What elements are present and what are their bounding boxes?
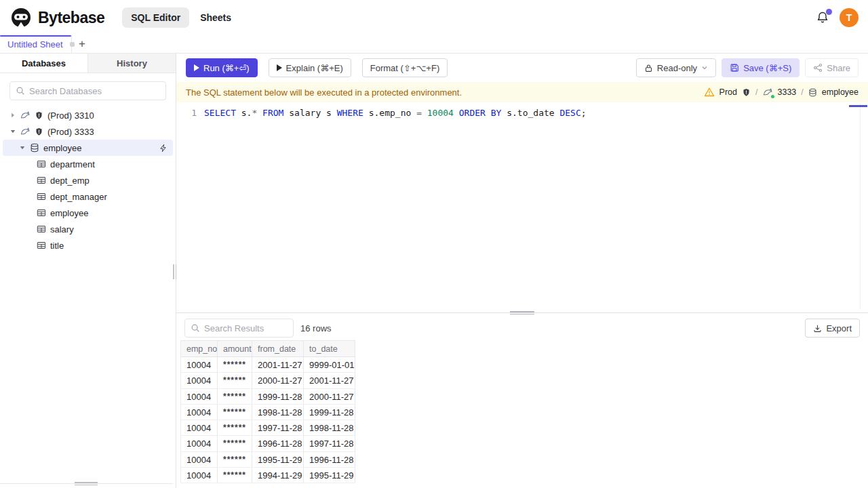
table-label: department [50,159,95,169]
cell-to-date: 2000-11-27 [304,389,355,405]
tab-untitled-sheet[interactable]: Untitled Sheet [0,35,72,53]
run-button-label: Run (⌘+⏎) [203,63,250,73]
table-row[interactable]: 10004 ****** 1996-11-28 1997-11-28 [181,436,355,451]
editor-scrollbar[interactable] [860,102,868,310]
download-icon [813,324,822,333]
table-item-dept-manager[interactable]: dept_manager [3,188,173,205]
sidebar: Databases History [0,54,176,488]
tab-databases[interactable]: Databases [0,54,88,73]
avatar[interactable]: T [840,8,859,27]
sidebar-bottom-resize-handle[interactable] [75,482,98,485]
mysql-icon [20,110,31,121]
cell-to-date: 9999-01-01 [304,357,355,373]
shield-icon [35,111,43,120]
explain-button[interactable]: Explain (⌘+E) [269,58,351,77]
sidebar-tabs: Databases History [0,54,176,73]
table-item-salary[interactable]: salary [3,221,173,237]
notification-bell-button[interactable] [815,10,830,25]
cell-amount: ****** [218,420,252,436]
results-table: emp_no amount from_date to_date 10004 **… [180,340,355,483]
cell-amount: ****** [218,436,252,451]
run-button[interactable]: Run (⌘+⏎) [186,58,258,77]
cell-to-date: 1998-11-28 [304,420,355,436]
table-row[interactable]: 10004 ****** 2000-11-27 2001-11-27 [181,373,355,388]
nav-sql-editor[interactable]: SQL Editor [122,7,189,28]
instance-label[interactable]: 3333 [778,87,797,97]
breadcrumb-separator: / [801,87,803,97]
table-row[interactable]: 10004 ****** 2001-11-27 9999-01-01 [181,357,355,373]
table-item-department[interactable]: department [3,156,173,172]
play-icon [277,64,282,71]
sql-token: DESC [559,108,580,118]
caret-right-icon [9,112,16,119]
save-button[interactable]: Save (⌘+S) [722,58,800,77]
table-item-employee[interactable]: employee [3,205,173,221]
readonly-mode-dropdown[interactable]: Read-only [636,58,716,77]
table-row[interactable]: 10004 ****** 1997-11-28 1998-11-28 [181,420,355,436]
instance-prod-3310[interactable]: (Prod) 3310 [3,107,173,123]
environment-label[interactable]: Prod [719,87,737,97]
sql-token: ORDER [459,108,486,118]
cell-emp-no: 10004 [181,405,218,420]
search-icon [191,323,200,333]
shield-icon [35,127,43,136]
cell-amount: ****** [218,373,252,388]
table-row[interactable]: 10004 ****** 1994-11-29 1995-11-29 [181,468,355,483]
tab-dirty-close-indicator[interactable] [70,42,75,47]
sql-token [454,108,459,118]
editor-overview-ruler-mark [849,105,867,107]
results-resize-handle[interactable] [176,310,868,316]
table-icon [37,192,46,201]
body: Databases History [0,54,868,488]
sql-code: SELECT s.* FROM salary s WHERE s.emp_no … [204,106,587,119]
cell-from-date: 2000-11-27 [252,373,304,388]
column-header: from_date [252,340,304,357]
format-button[interactable]: Format (⇧+⌥+F) [362,58,448,77]
sql-token [486,108,491,118]
cell-amount: ****** [218,357,252,373]
table-row[interactable]: 10004 ****** 1995-11-29 1996-11-28 [181,452,355,468]
search-databases-input[interactable] [29,86,160,96]
sidebar-resize-handle[interactable] [172,264,177,279]
database-label[interactable]: employee [822,87,859,97]
instance-prod-3333[interactable]: (Prod) 3333 [3,123,173,140]
table-row[interactable]: 10004 ****** 1998-11-28 1999-11-28 [181,405,355,420]
lock-icon [644,64,653,73]
sheet-tab-label: Untitled Sheet [7,39,63,49]
column-header: emp_no [181,340,218,357]
tab-history[interactable]: History [88,54,176,73]
sql-token: s.to_date [501,108,559,118]
bytebase-logo[interactable]: Bytebase [9,6,104,29]
sql-editor-area[interactable]: 1 SELECT s.* FROM salary s WHERE s.emp_n… [176,102,868,310]
table-item-dept-emp[interactable]: dept_emp [3,172,173,188]
connection-status-dot [771,95,774,98]
database-tree: (Prod) 3310 [0,106,176,255]
table-label: title [50,241,64,251]
database-employee[interactable]: employee [3,140,173,156]
export-button[interactable]: Export [805,319,860,338]
line-number: 1 [176,106,197,119]
search-results-input[interactable] [204,323,288,333]
table-label: dept_manager [50,192,107,202]
warning-triangle-icon [704,87,715,98]
results-toolbar: 16 rows Export [176,316,868,340]
app-window: Bytebase SQL Editor Sheets T Untitled Sh… [0,0,868,488]
cell-from-date: 1994-11-29 [252,468,304,483]
results-panel: 16 rows Export emp_n [176,316,868,488]
cell-to-date: 1995-11-29 [304,468,355,483]
cell-amount: ****** [218,405,252,420]
table-row[interactable]: 10004 ****** 1999-11-28 2000-11-27 [181,389,355,405]
cell-from-date: 2001-11-27 [252,357,304,373]
share-button[interactable]: Share [805,58,859,77]
cell-amount: ****** [218,389,252,405]
cell-emp-no: 10004 [181,420,218,436]
top-bar: Bytebase SQL Editor Sheets T [0,0,868,35]
table-item-title[interactable]: title [3,237,173,253]
new-sheet-button[interactable]: + [72,35,92,53]
cell-to-date: 1997-11-28 [304,436,355,451]
protected-environment-banner: The SQL statement below will be executed… [176,82,868,102]
code-line: 1 SELECT s.* FROM salary s WHERE s.emp_n… [176,102,868,119]
sql-token: WHERE [337,108,363,118]
sql-token [422,108,427,118]
nav-sheets[interactable]: Sheets [200,12,231,23]
